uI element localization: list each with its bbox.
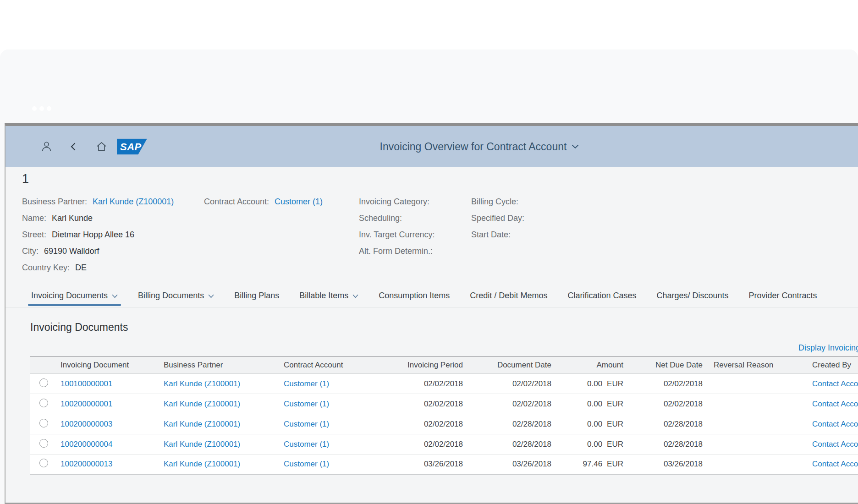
currency-code: EUR — [607, 460, 623, 469]
tab-billing-documents[interactable]: Billing Documents — [138, 284, 214, 307]
table-row: 100200000001Karl Kunde (Z100001)Customer… — [30, 394, 858, 414]
row-radio-button[interactable] — [39, 439, 48, 448]
invoicing-document-link[interactable]: 100200000001 — [60, 400, 112, 408]
created-by-link[interactable]: Contact Acco — [812, 460, 858, 468]
invoicing-document-link[interactable]: 100200000003 — [60, 420, 112, 428]
contract-account-link[interactable]: Customer (1) — [284, 440, 329, 449]
field-value: Dietmar Hopp Allee 16 — [52, 230, 134, 240]
tab-clarification-cases[interactable]: Clarification Cases — [567, 284, 636, 307]
contract-account-link[interactable]: Customer (1) — [284, 420, 329, 428]
invoicing-document-link[interactable]: 100100000001 — [60, 379, 112, 388]
display-invoicing-link[interactable]: Display Invoicing — [798, 343, 858, 353]
cell-invoicing-period: 03/26/2018 — [384, 460, 468, 469]
tab-billable-items[interactable]: Billable Items — [299, 284, 358, 307]
contract-account-link[interactable]: Customer (1) — [284, 460, 329, 468]
document-date-text: 02/02/2018 — [512, 400, 551, 408]
detail-column: Billing Cycle:Specified Day:Start Date: — [471, 193, 530, 243]
column-header-business-partner: Business Partner — [158, 361, 278, 370]
net-due-date-text: 02/02/2018 — [664, 379, 703, 388]
tab-label: Credit / Debit Memos — [470, 291, 547, 301]
tab-strip: Invoicing DocumentsBilling DocumentsBill… — [6, 284, 858, 307]
table-row: 100100000001Karl Kunde (Z100001)Customer… — [30, 374, 858, 394]
tab-label: Provider Contracts — [749, 291, 817, 301]
row-radio-button[interactable] — [39, 399, 48, 407]
tab-credit-debit-memos[interactable]: Credit / Debit Memos — [470, 284, 547, 307]
invoicing-document-link[interactable]: 100200000013 — [60, 460, 112, 468]
field-value: DE — [75, 263, 87, 273]
tab-invoicing-documents[interactable]: Invoicing Documents — [31, 284, 118, 307]
row-radio-button[interactable] — [39, 419, 48, 427]
currency-code: EUR — [607, 400, 623, 409]
cell-amount: 97.46EUR — [557, 460, 629, 469]
content: 1 Business Partner:Karl Kunde (Z100001)N… — [6, 172, 858, 475]
column-header-amount: Amount — [557, 361, 629, 370]
currency-code: EUR — [607, 420, 623, 429]
contract-account-link[interactable]: Customer (1) — [284, 379, 329, 388]
window-dot — [32, 106, 37, 111]
invoicing-period-text: 02/02/2018 — [424, 379, 463, 388]
business-partner-link[interactable]: Karl Kunde (Z100001) — [164, 379, 240, 388]
currency-code: EUR — [607, 379, 623, 389]
cell-invoicing-document: 100100000001 — [55, 379, 158, 389]
cell-invoicing-document: 100200000001 — [55, 400, 158, 409]
detail-row: Invoicing Category: — [359, 193, 440, 210]
created-by-link[interactable]: Contact Acco — [812, 400, 858, 408]
field-label: Alt. Form Determin.: — [359, 247, 433, 256]
chevron-down-icon — [208, 294, 214, 298]
business-partner-link[interactable]: Karl Kunde (Z100001) — [164, 420, 240, 428]
column-header-invoicing-document: Invoicing Document — [55, 361, 158, 370]
business-partner-link[interactable]: Karl Kunde (Z100001) — [164, 440, 240, 449]
created-by-link[interactable]: Contact Acco — [812, 420, 858, 428]
tab-charges-discounts[interactable]: Charges/ Discounts — [656, 284, 728, 307]
cell-amount: 0.00EUR — [557, 400, 629, 409]
detail-row: Country Key:DE — [22, 259, 174, 276]
table-toolbar: Display Invoicing — [30, 335, 858, 356]
tab-provider-contracts[interactable]: Provider Contracts — [749, 284, 817, 307]
object-header-details: Business Partner:Karl Kunde (Z100001)Nam… — [6, 193, 858, 278]
cell-invoicing-document: 100200000013 — [55, 460, 158, 469]
field-label: Billing Cycle: — [471, 197, 518, 207]
cell-amount: 0.00EUR — [557, 420, 629, 429]
table-header-row: Invoicing DocumentBusiness PartnerContra… — [30, 356, 858, 374]
cell-contract-account: Customer (1) — [278, 420, 384, 429]
contract-account-link[interactable]: Customer (1) — [284, 400, 329, 408]
cell-net-due-date: 02/28/2018 — [629, 440, 708, 449]
detail-row: Inv. Target Currency: — [359, 226, 440, 243]
cell-select — [30, 439, 55, 450]
net-due-date-text: 02/28/2018 — [664, 440, 703, 449]
invoicing-document-link[interactable]: 100200000004 — [60, 440, 112, 449]
detail-row: Contract Account:Customer (1) — [204, 193, 323, 210]
window-controls — [32, 106, 51, 111]
field-label: Name: — [22, 214, 46, 223]
created-by-link[interactable]: Contact Acco — [812, 379, 858, 388]
object-title: 1 — [22, 172, 858, 186]
field-label: Scheduling: — [359, 214, 402, 223]
tab-label: Clarification Cases — [567, 291, 636, 301]
invoicing-period-text: 03/26/2018 — [424, 460, 463, 468]
field-value-link[interactable]: Customer (1) — [275, 197, 323, 207]
detail-row: Scheduling: — [359, 210, 440, 226]
row-radio-button[interactable] — [39, 459, 48, 467]
tab-consumption-items[interactable]: Consumption Items — [379, 284, 450, 307]
document-date-text: 03/26/2018 — [512, 460, 551, 468]
detail-row: Start Date: — [471, 226, 530, 243]
business-partner-link[interactable]: Karl Kunde (Z100001) — [164, 460, 240, 468]
cell-contract-account: Customer (1) — [278, 440, 384, 449]
app-title-menu[interactable]: Invoicing Overview for Contract Account — [6, 126, 858, 167]
cell-document-date: 02/02/2018 — [468, 379, 557, 389]
column-header-created-by: Created By — [786, 361, 858, 370]
cell-document-date: 03/26/2018 — [468, 460, 557, 469]
net-due-date-text: 02/02/2018 — [664, 400, 703, 408]
field-value-link[interactable]: Karl Kunde (Z100001) — [93, 197, 174, 207]
cell-invoicing-period: 02/02/2018 — [384, 400, 468, 409]
created-by-link[interactable]: Contact Acco — [812, 440, 858, 449]
tab-billing-plans[interactable]: Billing Plans — [234, 284, 279, 307]
business-partner-link[interactable]: Karl Kunde (Z100001) — [164, 400, 240, 408]
window-dot — [47, 106, 51, 111]
column-header-reversal-reason: Reversal Reason — [708, 361, 786, 370]
row-radio-button[interactable] — [39, 378, 48, 387]
amount-value: 97.46 — [583, 460, 603, 469]
tab-label: Charges/ Discounts — [656, 291, 728, 301]
cell-business-partner: Karl Kunde (Z100001) — [158, 440, 278, 449]
cell-document-date: 02/28/2018 — [468, 420, 557, 429]
